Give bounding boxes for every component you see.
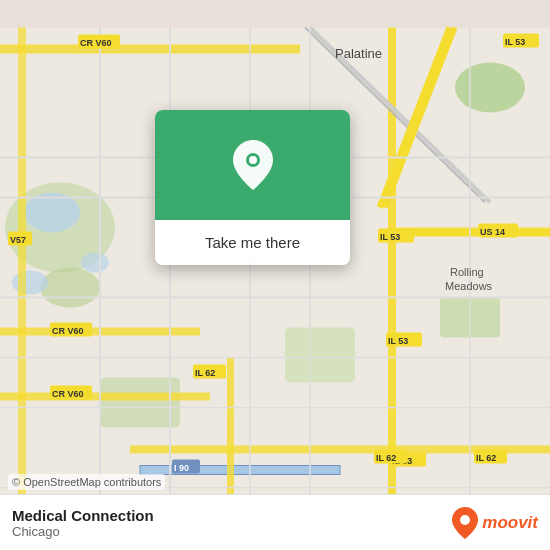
location-pin-icon (233, 140, 273, 190)
svg-text:IL 62: IL 62 (476, 453, 496, 463)
svg-text:IL 62: IL 62 (376, 453, 396, 463)
svg-point-70 (460, 515, 470, 525)
map-attribution: © OpenStreetMap contributors (8, 474, 165, 490)
moovit-logo: moovit (452, 507, 538, 539)
svg-rect-15 (0, 393, 210, 401)
map-svg: Palatine CR V60 CR V60 CR V60 IL 53 IL 5… (0, 0, 550, 550)
take-me-there-button[interactable]: Take me there (155, 220, 350, 265)
svg-point-10 (81, 253, 109, 273)
svg-text:CR V60: CR V60 (52, 389, 84, 399)
svg-text:Rolling: Rolling (450, 266, 484, 278)
svg-rect-13 (0, 45, 300, 54)
popup-header (155, 110, 350, 220)
location-popup: Take me there (155, 110, 350, 265)
svg-text:V57: V57 (10, 235, 26, 245)
svg-point-3 (40, 268, 100, 308)
map-container: Palatine CR V60 CR V60 CR V60 IL 53 IL 5… (0, 0, 550, 550)
svg-text:CR V60: CR V60 (52, 326, 84, 336)
svg-text:Meadows: Meadows (445, 280, 493, 292)
location-info: Medical Connection Chicago (12, 507, 154, 539)
moovit-text: moovit (482, 513, 538, 533)
svg-text:Palatine: Palatine (335, 46, 382, 61)
svg-text:IL 53: IL 53 (505, 37, 525, 47)
moovit-pin-icon (452, 507, 478, 539)
svg-point-6 (455, 63, 525, 113)
svg-rect-4 (100, 378, 180, 428)
svg-text:IL 62: IL 62 (195, 368, 215, 378)
svg-text:CR V60: CR V60 (80, 38, 112, 48)
svg-text:IL 53: IL 53 (380, 232, 400, 242)
svg-point-69 (249, 156, 257, 164)
svg-rect-19 (18, 28, 26, 523)
svg-rect-5 (285, 328, 355, 383)
location-city: Chicago (12, 524, 154, 539)
svg-text:US 14: US 14 (480, 227, 505, 237)
location-name: Medical Connection (12, 507, 154, 524)
svg-text:IL 53: IL 53 (388, 336, 408, 346)
svg-point-9 (12, 271, 48, 295)
bottom-bar: Medical Connection Chicago moovit (0, 494, 550, 550)
svg-text:I 90: I 90 (174, 463, 189, 473)
